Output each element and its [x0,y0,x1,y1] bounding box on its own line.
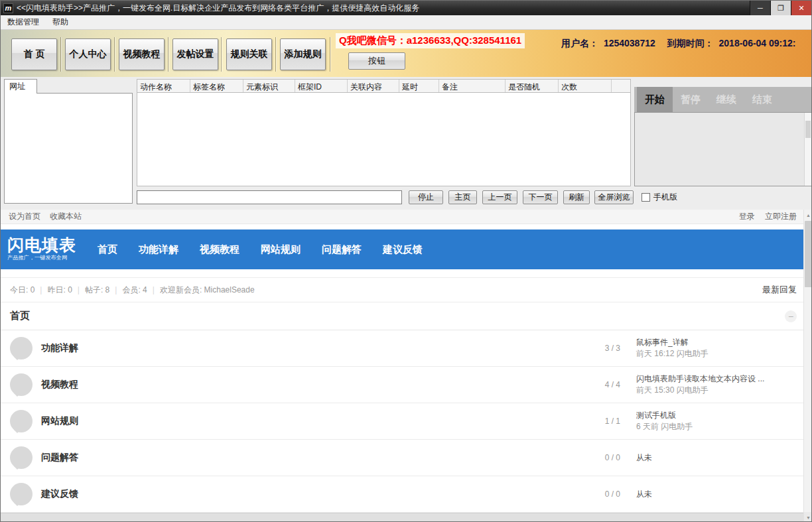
refresh-button[interactable]: 刷新 [563,190,590,204]
toolbar-add-rule-button[interactable]: 添加规则 [280,38,326,70]
lastpost-title-link[interactable]: 鼠标事件_详解 [636,337,793,348]
toolbar-video-button[interactable]: 视频教程 [119,38,165,70]
lastpost-title-link[interactable]: 闪电填表助手读取本地文本内容设 ... [636,373,793,385]
toolbar-profile-button[interactable]: 个人中心 [65,38,111,70]
toolbar-post-settings-button[interactable]: 发帖设置 [172,38,218,70]
minimize-button[interactable]: ─ [750,1,770,15]
latest-replies-link[interactable]: 最新回复 [762,284,797,296]
bookmark-link[interactable]: 收藏本站 [50,211,82,222]
forum-name-link[interactable]: 视频教程 [41,379,567,391]
forum-row[interactable]: 视频教程 4 / 4 闪电填表助手读取本地文本内容设 ... 前天 15:30 … [1,367,812,403]
site-logo[interactable]: 闪电填表 产品推广，一键发布全网 [7,236,88,263]
runner-start-tab[interactable]: 开始 [637,87,673,112]
back-button[interactable]: 上一页 [482,190,517,204]
register-link[interactable]: 立即注册 [765,212,797,221]
runner-scroll-thumb[interactable] [805,121,811,138]
runner-scrollbar[interactable] [804,113,811,186]
url-list-panel[interactable] [4,93,133,204]
forum-lastpost: 从未 [636,489,793,500]
rules-table-body[interactable] [137,93,631,186]
toolbar-rule-link-button[interactable]: 规则关联 [226,38,272,70]
menu-data-management[interactable]: 数据管理 [1,15,46,29]
expire-label: 到期时间： [667,38,714,48]
fullscreen-button[interactable]: 全屏浏览 [594,190,634,204]
toolbar-separator [330,37,330,72]
column-count[interactable]: 次数 [559,80,612,92]
nav-qa[interactable]: 问题解答 [322,243,362,256]
home-button[interactable]: 主页 [448,190,477,204]
collapse-section-button[interactable]: − [785,310,797,322]
nav-rules[interactable]: 网站规则 [261,243,301,256]
runner-pause-tab[interactable]: 暂停 [673,87,709,112]
column-linked-content[interactable]: 关联内容 [348,80,399,92]
browser-scrollbar[interactable]: ▲ ▼ [803,210,812,522]
runner-stop-tab[interactable]: 结束 [744,87,780,112]
forum-lastpost: 从未 [636,452,793,464]
stat-posts: 帖子: 8 [85,285,109,296]
forum-row[interactable]: 问题解答 0 / 0 从未 [1,440,812,476]
forum-lastpost: 测试手机版 6 天前 闪电助手 [636,410,793,432]
account-info: 用户名： 1254038712 到期时间： 2018-06-04 09:12: [561,38,811,50]
toolbar: 首 页 个人中心 视频教程 发帖设置 规则关联 添加规则 Q我吧微信号：a123… [1,30,811,77]
stat-members: 会员: 4 [122,285,147,296]
maximize-button[interactable]: ❐ [770,1,791,15]
forum-row[interactable]: 建议反馈 0 / 0 从未 [1,476,812,513]
site-header: 闪电填表 产品推广，一键发布全网 首页 功能详解 视频教程 网站规则 问题解答 … [1,229,812,269]
mobile-version-checkbox[interactable] [642,193,650,202]
toolbar-separator [168,37,169,72]
lastpost-title-link[interactable]: 测试手机版 [636,410,793,421]
forum-comment-icon [10,446,33,469]
stat-today: 今日: 0 [10,285,34,296]
nav-videos[interactable]: 视频教程 [200,243,239,256]
scroll-down-icon[interactable]: ▼ [804,512,812,522]
forum-counts: 4 / 4 [567,380,620,389]
column-action-name[interactable]: 动作名称 [137,80,190,92]
forum-row[interactable]: 网站规则 1 / 1 测试手机版 6 天前 闪电助手 [1,403,812,440]
toolbar-separator [60,37,61,72]
forward-button[interactable]: 下一页 [523,190,558,204]
rules-table-header: 动作名称 标签名称 元素标识 框架ID 关联内容 延时 备注 是否随机 次数 [137,79,631,93]
scroll-up-icon[interactable]: ▲ [804,210,812,220]
expire-value: 2018-06-04 09:12: [719,38,796,48]
stat-welcome: 欢迎新会员: MichaelSeade [160,285,255,296]
column-tag-name[interactable]: 标签名称 [190,80,243,92]
app-logo-icon: m [3,3,13,13]
scroll-thumb[interactable] [805,221,812,287]
site-stats-bar: 今日: 0 | 昨日: 0 | 帖子: 8 | 会员: 4 | 欢迎新会员: M… [1,277,812,302]
forum-row[interactable]: 功能详解 3 / 3 鼠标事件_详解 前天 16:12 闪电助手 [1,330,812,367]
forum-counts: 1 / 1 [567,417,620,426]
forum-section-header: 首页 − [1,302,812,330]
menu-help[interactable]: 帮助 [46,15,75,29]
forum-comment-icon [10,483,33,505]
forum-name-link[interactable]: 功能详解 [41,342,567,354]
generic-action-button[interactable]: 按钮 [348,52,405,70]
runner-resume-tab[interactable]: 继续 [709,87,744,112]
set-homepage-link[interactable]: 设为首页 [9,211,40,222]
address-input[interactable] [137,190,402,204]
close-button[interactable]: ✕ [791,1,811,15]
nav-features[interactable]: 功能详解 [139,243,178,256]
rules-table: 动作名称 标签名称 元素标识 框架ID 关联内容 延时 备注 是否随机 次数 [137,79,631,186]
column-element-id[interactable]: 元素标识 [243,80,295,92]
forum-name-link[interactable]: 建议反馈 [41,488,567,500]
toolbar-separator [221,37,222,72]
site-logo-tagline: 产品推广，一键发布全网 [7,254,74,261]
column-delay[interactable]: 延时 [399,80,439,92]
nav-home[interactable]: 首页 [98,243,117,256]
column-frame-id[interactable]: 框架ID [295,80,348,92]
login-link[interactable]: 登录 [739,212,755,221]
forum-name-link[interactable]: 网站规则 [41,415,567,427]
app-window: m <<闪电填表助手>>产品推广，一键发布全网.目标解决企业产品发布到网络各类平… [0,0,812,522]
column-filler [612,80,630,92]
stop-button[interactable]: 停止 [409,190,443,204]
forum-counts: 3 / 3 [567,344,620,353]
site-footer-strip [1,513,812,522]
nav-feedback[interactable]: 建议反馈 [383,243,423,256]
column-remark[interactable]: 备注 [439,80,506,92]
toolbar-home-button[interactable]: 首 页 [11,38,57,70]
url-list-tab[interactable]: 网址 [4,79,37,94]
column-is-random[interactable]: 是否随机 [506,80,559,92]
site-logo-text: 闪电填表 [7,236,88,253]
forum-name-link[interactable]: 问题解答 [41,452,567,464]
window-controls: ─ ❐ ✕ [750,1,811,15]
